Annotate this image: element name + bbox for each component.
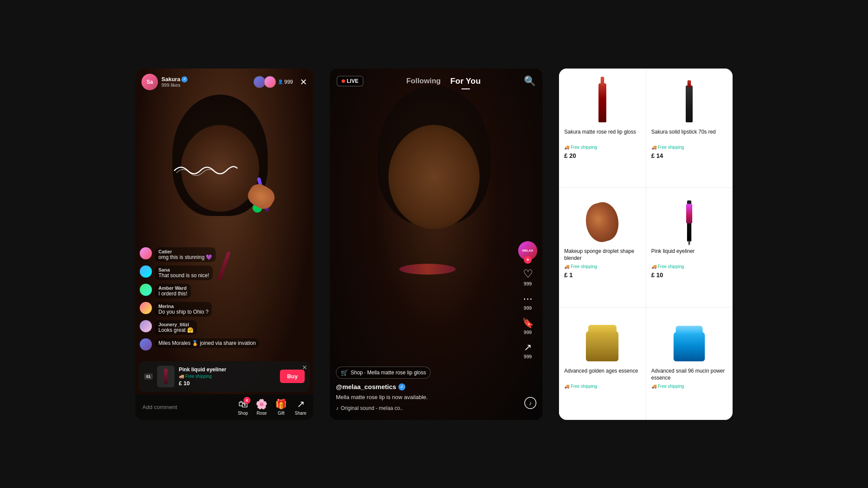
product-price: £ 10 [179,380,276,386]
comment-text: Miles Morales 🏅 joined via share invatio… [158,340,256,346]
shop-item-4[interactable]: Pink liquid eyeliner 🚚 Free shipping £ 1… [646,188,733,307]
eye-decoration [172,162,237,181]
product-shipping-6: 🚚 Free shipping [651,384,728,389]
hand-brush [248,186,300,229]
shop-item-3[interactable]: Makeup sponge droplet shape blender 🚚 Fr… [559,188,646,307]
tab-group: Following For You [403,75,484,88]
lipgloss-shape [598,83,606,122]
comment-avatar [140,320,152,332]
shop-item-2[interactable]: Sakura solid lipstick 70s red 🚚 Free shi… [646,69,733,187]
foryou-sidebar: MELAA + ♡ 999 ⋯ 999 🔖 999 ↗ 999 [518,241,537,359]
share-label: Share [295,411,306,416]
blue-jar-shape [674,332,705,361]
comment-bubble: Sana That sound is so nice! [155,265,213,280]
shop-item-1[interactable]: Sakura matte rose red lip gloss 🚚 Free s… [559,69,646,187]
product-info: Pink liquid eyeliner 🚚 Free shipping £ 1… [179,367,276,386]
comment-text: omg this is stunning 💜 [158,254,212,260]
product-shipping: 🚚 Free shipping [179,374,276,379]
product-bar: ✕ 01 Pink liquid eyeliner 🚚 Free shippin… [139,361,310,392]
sponge-shape [582,199,623,245]
streamer-avatar: Sa [141,74,158,90]
close-button[interactable]: ✕ [300,77,307,87]
truck-icon: 🚚 [564,384,569,389]
lipstick-shape [686,85,693,122]
viewer-icon: 👤 [278,79,283,84]
bookmark-count: 999 [524,330,532,335]
streamer-info: Sakura ✓ 999 likes [161,76,250,88]
creator-username[interactable]: @melaa_cosmetics ✓ [336,383,508,390]
comment-username: Jounery_titizi [158,322,194,327]
music-note-icon: ♪ [336,405,339,411]
shop-item-5[interactable]: Advanced golden ages essence 🚚 Free ship… [559,308,646,420]
comment-group[interactable]: ⋯ 999 [523,294,533,311]
product-name: Pink liquid eyeliner [179,367,276,373]
product-image-5 [564,313,641,365]
video-description: Mella matte rose lip is now available. [336,393,508,402]
follow-plus-icon[interactable]: + [524,256,532,264]
gift-action[interactable]: 🎁 Gift [275,399,287,416]
bookmark-group[interactable]: 🔖 999 [522,318,534,335]
product-shipping-5: 🚚 Free shipping [564,384,641,389]
share-group[interactable]: ↗ 999 [524,343,532,359]
shop-item-6[interactable]: Advanced snail 96 mucin power essence 🚚 … [646,308,733,420]
shop-badge: 4 [243,397,250,404]
shop-tag[interactable]: 🛒 Shop · Mella matte rose lip gloss [336,367,431,379]
truck-icon: 🚚 [564,264,569,269]
comment-username: Amber Ward [158,285,187,291]
gift-label: Gift [278,411,285,416]
shop-tag-icon: 🛒 [341,369,348,376]
comment-avatar [140,247,152,259]
tab-foryou[interactable]: For You [447,75,484,88]
verified-icon: ✓ [398,383,405,390]
golden-jar-shape [586,331,618,361]
buy-button[interactable]: Buy [280,370,305,383]
add-comment-input[interactable]: Add comment [142,400,238,414]
share-icon: ↗ [524,343,532,352]
comment-bubble: Catier omg this is stunning 💜 [155,247,216,262]
product-shipping-2: 🚚 Free shipping [651,145,728,150]
truck-icon: 🚚 [651,145,657,150]
watcher-avatar-2 [264,76,276,88]
live-indicator[interactable]: LIVE [337,76,363,86]
comment-text: Looks great 🤗 [158,327,194,333]
comment-item: Catier omg this is stunning 💜 [140,247,309,262]
product-name-5: Advanced golden ages essence [564,367,641,381]
like-icon: ♡ [523,268,533,279]
share-action[interactable]: ↗ Share [295,399,306,416]
search-button[interactable]: 🔍 [524,75,536,87]
product-name-3: Makeup sponge droplet shape blender [564,248,641,262]
share-icon: ↗ [297,399,305,410]
comment-item: Amber Ward I orderd this! [140,284,309,298]
product-shipping-1: 🚚 Free shipping [564,145,641,150]
rose-action[interactable]: 🌸 Rose [256,399,267,416]
creator-avatar-wrap[interactable]: MELAA + [518,241,537,260]
comment-username: Merina [158,304,208,309]
sound-info: ♪ Original sound - melaa co.. [336,405,508,411]
product-name-1: Sakura matte rose red lip gloss [564,128,641,142]
product-price-3: £ 1 [564,272,641,278]
comment-item: Miles Morales 🏅 joined via share invatio… [140,338,309,350]
shop-label: Shop [238,411,248,416]
product-close-button[interactable]: ✕ [302,364,307,371]
eyeliner-shape [687,200,691,242]
comment-bubble: Merina Do you ship to Ohio ? [155,302,212,317]
shop-panel: Sakura matte rose red lip gloss 🚚 Free s… [559,69,733,420]
product-name-4: Pink liquid eyeliner [651,248,728,262]
comment-avatar [140,302,152,314]
product-name-2: Sakura solid lipstick 70s red [651,128,728,142]
comment-username: Catier [158,249,212,254]
shop-action[interactable]: 🛍 4 Shop [238,399,248,416]
product-shipping-4: 🚚 Free shipping [651,264,728,269]
foryou-header: LIVE Following For You 🔍 [330,69,542,88]
comment-avatar [140,284,152,296]
gift-icon: 🎁 [275,399,287,410]
tab-following[interactable]: Following [403,75,444,87]
foryou-bottom-info: 🛒 Shop · Mella matte rose lip gloss @mel… [330,360,514,420]
product-image-4 [651,193,728,245]
comment-item: Jounery_titizi Looks great 🤗 [140,320,309,335]
truck-icon: 🚚 [651,384,657,389]
product-price-1: £ 20 [564,152,641,159]
comment-icon: ⋯ [523,294,533,304]
like-group[interactable]: ♡ 999 [523,268,533,286]
like-count: 999 [524,281,532,286]
